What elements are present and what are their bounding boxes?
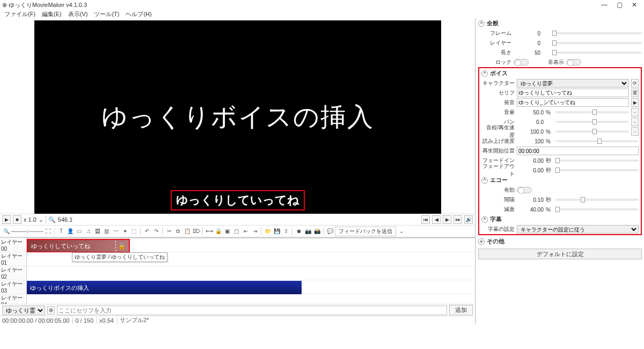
align-left-icon[interactable]: ⇤ <box>241 227 250 235</box>
lock-icon[interactable]: 🔒 <box>214 227 222 235</box>
menu-view[interactable]: 表示(V) <box>66 10 90 18</box>
menu-file[interactable]: ファイル(F) <box>2 10 38 18</box>
playback-speed[interactable]: x 1.0 <box>24 216 36 223</box>
frame-icon[interactable]: ⬚ <box>130 227 138 235</box>
subtitle-settings-select[interactable]: キャラクターの設定に従う <box>517 225 639 234</box>
effect-icon[interactable]: ✦ <box>121 227 129 235</box>
preview[interactable]: ゆっくりボイスの挿入 ゆっくりしていってね <box>34 20 441 214</box>
read-speed-slider[interactable] <box>555 140 639 142</box>
delete-icon[interactable]: ⌦ <box>192 227 200 235</box>
menu-tools[interactable]: ツール(T) <box>92 10 121 18</box>
folder-icon[interactable]: 📁 <box>264 227 272 235</box>
align-right-icon[interactable]: ⇥ <box>251 227 259 235</box>
redo-icon[interactable]: ↷ <box>152 227 160 235</box>
default-settings-button[interactable]: デフォルトに設定 <box>478 249 642 259</box>
start-pos-input[interactable] <box>517 147 639 155</box>
video-icon[interactable]: ▭ <box>75 227 83 235</box>
layer-label-0[interactable]: レイヤー 00 <box>0 238 27 252</box>
lock-icon: 🔒 <box>118 243 126 250</box>
image-icon[interactable]: 🖼 <box>93 227 101 235</box>
cut-icon[interactable]: ✂ <box>165 227 173 235</box>
next-frame-button[interactable]: ▶ <box>443 215 451 224</box>
user-icon[interactable]: 👤 <box>66 227 74 235</box>
echo-decay-slider[interactable] <box>555 208 639 210</box>
section-subtitle[interactable]: ^字幕 <box>479 214 641 224</box>
serif-edit-button[interactable]: 変 <box>631 89 639 97</box>
section-other[interactable]: vその他 <box>476 236 644 246</box>
section-echo[interactable]: ^エコー <box>479 175 641 185</box>
chevron-down-icon[interactable]: ⌄ <box>39 216 43 223</box>
voice-character-select[interactable]: ゆっくり霊夢 <box>517 79 629 88</box>
pan-slider[interactable] <box>555 121 629 123</box>
lock-toggle[interactable] <box>514 59 529 66</box>
layer-label-4[interactable]: レイヤー 04 <box>0 294 27 304</box>
title-clip[interactable]: ゆっくりボイスの挿入 <box>27 281 302 295</box>
volume-slider[interactable] <box>555 111 629 113</box>
volume-icon[interactable]: 🔊 <box>464 215 473 224</box>
preview-title-text: ゆっくりボイスの挿入 <box>101 100 374 134</box>
echo-interval-slider[interactable] <box>555 199 639 201</box>
layer-label-3[interactable]: レイヤー 03 <box>0 280 27 294</box>
paste-icon[interactable]: 📋 <box>183 227 191 235</box>
layer-label-2[interactable]: レイヤー 02 <box>0 266 27 280</box>
wave-icon[interactable]: 〰 <box>112 227 120 235</box>
clip-tooltip: ゆっくり霊夢 / ゆっくりしていってね <box>72 252 167 262</box>
timeline[interactable]: 00:00:00.00 00:00:01.00 00:00:02.00 00:0… <box>0 237 475 304</box>
skip-start-button[interactable]: ⏮ <box>421 215 430 224</box>
hide-toggle[interactable] <box>566 59 581 66</box>
fadein-slider[interactable] <box>555 159 639 162</box>
group-icon[interactable]: ▣ <box>223 227 231 235</box>
pitch-slider[interactable] <box>555 130 629 133</box>
feedback-button[interactable]: フィードバックを送信 <box>335 227 396 236</box>
voice-clip[interactable]: ゆっくりしていってね 🔒 <box>27 239 130 253</box>
maximize-button[interactable]: ▢ <box>612 1 627 9</box>
status-frames: 0 / 150 <box>75 317 97 324</box>
title-clip-label: ゆっくりボイスの挿入 <box>30 284 89 292</box>
play-button[interactable]: ▶ <box>2 215 11 224</box>
magnify-icon: 🔍 <box>48 216 56 223</box>
ungroup-icon[interactable]: ▢ <box>232 227 240 235</box>
minimize-button[interactable]: — <box>597 1 612 9</box>
undo-icon[interactable]: ↶ <box>143 227 151 235</box>
menu-help[interactable]: ヘルプ(H) <box>123 10 153 18</box>
section-voice[interactable]: ^ボイス <box>479 68 641 78</box>
char-settings-button[interactable]: ⚙ <box>47 306 55 315</box>
menubar: ファイル(F) 編集(E) 表示(V) ツール(T) ヘルプ(H) <box>0 10 644 18</box>
serif-input[interactable] <box>57 306 447 315</box>
voice-pronounce-input[interactable] <box>517 98 629 107</box>
camera-icon[interactable]: 📸 <box>313 227 321 235</box>
status-zoom: x0.54 <box>99 317 118 324</box>
snapshot-icon[interactable]: 📷 <box>304 227 312 235</box>
character-select[interactable]: ゆっくり霊夢 <box>2 306 45 315</box>
echo-toggle[interactable] <box>517 187 532 193</box>
stop-button[interactable]: ■ <box>13 215 21 224</box>
skip-end-button[interactable]: ⏭ <box>453 215 462 224</box>
layer-label-1[interactable]: レイヤー 01 <box>0 252 27 266</box>
menu-edit[interactable]: 編集(E) <box>40 10 64 18</box>
char-config-button[interactable]: ⟳ <box>631 79 639 88</box>
text-icon[interactable]: T <box>57 227 65 235</box>
section-general[interactable]: ^全般 <box>476 18 644 28</box>
copy-icon[interactable]: ⧉ <box>174 227 182 235</box>
speech-icon[interactable]: 💬 <box>326 227 334 235</box>
layer-slider[interactable] <box>552 42 642 44</box>
frame-slider[interactable] <box>552 32 642 34</box>
export-icon[interactable]: ⇪ <box>282 227 290 235</box>
add-button[interactable]: 追加 <box>449 305 473 315</box>
rec-icon[interactable]: ⏺ <box>295 227 303 235</box>
close-button[interactable]: ✕ <box>627 1 642 9</box>
play-pronounce-button[interactable]: ▶ <box>631 98 639 107</box>
save-icon[interactable]: 💾 <box>273 227 281 235</box>
split-icon[interactable]: ⟷ <box>205 227 213 235</box>
magnify-icon[interactable]: 🔍 <box>2 227 10 235</box>
music-icon[interactable]: ♫ <box>84 227 92 235</box>
preview-controls: ▶ ■ x 1.0 ⌄ 🔍 546.1 ⏮ ◀ ▶ ⏭ 🔊 <box>0 214 475 226</box>
length-slider[interactable] <box>552 52 642 54</box>
shape-icon[interactable]: ▥ <box>103 227 111 235</box>
voice-serif-input[interactable] <box>517 89 629 97</box>
fadeout-slider[interactable] <box>555 169 639 171</box>
prev-frame-button[interactable]: ◀ <box>432 215 441 224</box>
fit-icon[interactable]: ⛶ <box>44 227 52 235</box>
properties-panel: ^全般 フレーム0 レイヤー0 長さ50 ロック非表示 ^ボイス キャラクターゆ… <box>475 18 644 324</box>
chevron-down-icon[interactable]: ⌄ <box>397 227 405 235</box>
